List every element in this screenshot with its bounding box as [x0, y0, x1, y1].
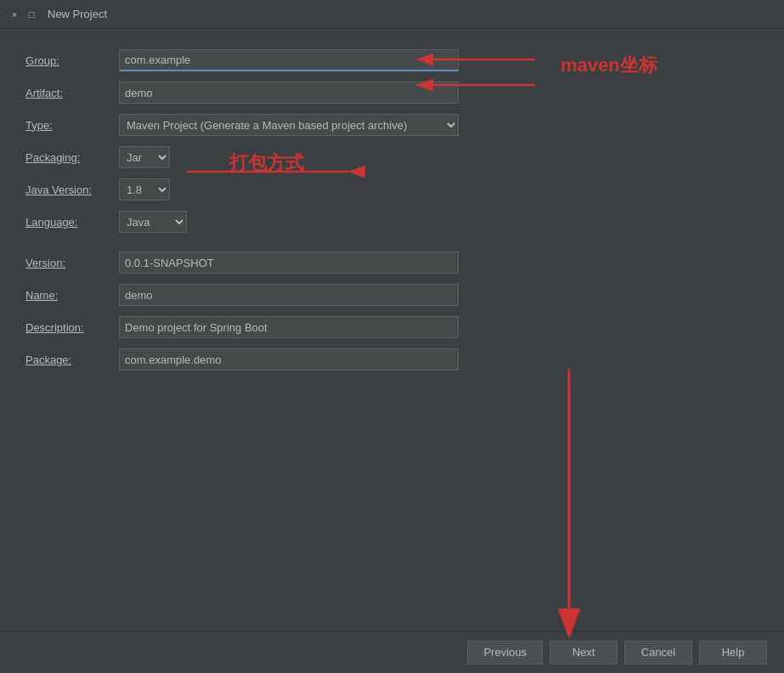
packaging-select-wrapper: Jar War	[119, 146, 170, 168]
next-arrow-svg	[544, 360, 595, 649]
name-label: Name:	[25, 289, 119, 302]
type-select-wrapper: Maven Project (Generate a Maven based pr…	[119, 114, 459, 136]
name-row: Name:	[25, 284, 759, 306]
artifact-label: Artifact:	[25, 87, 119, 99]
package-row: Package:	[25, 348, 759, 370]
java-version-select[interactable]: 1.8 11 17	[119, 178, 170, 201]
type-label: Type:	[25, 119, 119, 132]
minimize-icon: □	[29, 9, 35, 20]
language-select[interactable]: Java Kotlin Groovy	[119, 211, 187, 233]
help-button[interactable]: Help	[699, 641, 767, 665]
java-version-select-wrapper: 1.8 11 17	[119, 178, 170, 201]
group-label: Group:	[25, 54, 119, 67]
version-label: Version:	[25, 257, 119, 269]
close-icon: ×	[12, 9, 17, 20]
description-row: Description:	[25, 316, 759, 338]
cancel-button[interactable]: Cancel	[624, 641, 692, 665]
version-row: Version:	[25, 252, 759, 274]
type-select[interactable]: Maven Project (Generate a Maven based pr…	[119, 114, 459, 136]
description-input[interactable]	[119, 316, 459, 338]
window-title: New Project	[48, 8, 107, 20]
window-controls: × □	[8, 8, 37, 20]
title-bar: × □ New Project	[0, 0, 784, 29]
description-label: Description:	[25, 321, 119, 334]
version-input[interactable]	[119, 252, 459, 274]
language-row: Language: Java Kotlin Groovy	[25, 211, 759, 233]
language-label: Language:	[25, 216, 119, 229]
new-project-window: × □ New Project Group: Artifact: Typ	[0, 0, 784, 673]
package-label: Package:	[25, 353, 119, 366]
group-input[interactable]	[119, 49, 459, 71]
type-row: Type: Maven Project (Generate a Maven ba…	[25, 114, 759, 136]
language-select-wrapper: Java Kotlin Groovy	[119, 211, 187, 233]
name-input[interactable]	[119, 284, 459, 306]
packaging-row: Packaging: Jar War	[25, 146, 759, 168]
close-button[interactable]: ×	[8, 8, 20, 20]
package-input[interactable]	[119, 348, 459, 370]
artifact-input[interactable]	[119, 82, 459, 104]
group-row: Group:	[25, 49, 759, 71]
java-version-row: Java Version: 1.8 11 17	[25, 178, 759, 201]
artifact-row: Artifact:	[25, 82, 759, 104]
minimize-button[interactable]: □	[25, 8, 37, 20]
previous-button[interactable]: Previous	[467, 641, 543, 665]
bottom-bar: Previous Next Cancel Help	[0, 631, 784, 673]
java-version-label: Java Version:	[25, 184, 119, 196]
form-content: Group: Artifact: Type: Maven Project (Ge…	[0, 29, 784, 631]
packaging-label: Packaging:	[25, 151, 119, 164]
packaging-select[interactable]: Jar War	[119, 146, 170, 168]
